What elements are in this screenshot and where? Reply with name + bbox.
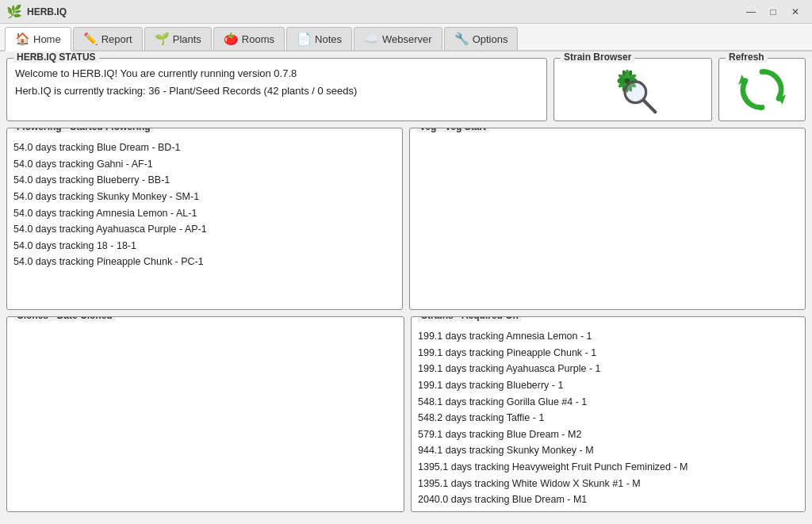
main-content: HERB.IQ STATUS Welcome to HERB.IQ! You a… — [0, 52, 812, 522]
window-controls: — □ ✕ — [741, 4, 806, 20]
tab-rooms-label: Rooms — [242, 33, 274, 45]
list-item: 199.1 days tracking Ayahuasca Purple - 1 — [418, 361, 799, 377]
list-item: 199.1 days tracking Pineapple Chunk - 1 — [418, 345, 799, 361]
strain-browser-box[interactable]: Strain Browser — [553, 58, 712, 121]
refresh-label: Refresh — [726, 52, 768, 63]
magnify-glass-icon — [621, 78, 661, 117]
tab-rooms[interactable]: 🍅 Rooms — [213, 27, 285, 50]
status-label: HERB.IQ STATUS — [13, 52, 99, 63]
strains-scroll[interactable]: 199.1 days tracking Amnesia Lemon - 1199… — [418, 328, 802, 508]
tab-notes-label: Notes — [315, 33, 342, 45]
strains-panel: Strains - Acquired On 199.1 days trackin… — [411, 316, 806, 512]
list-item: 54.0 days tracking Pineapple Chunk - PC-… — [13, 254, 396, 270]
tab-options[interactable]: 🔧 Options — [444, 27, 519, 50]
plants-icon: 🌱 — [155, 32, 170, 46]
list-item: 54.0 days tracking 18 - 18-1 — [13, 238, 396, 254]
tab-plants[interactable]: 🌱 Plants — [144, 27, 212, 50]
list-item: 54.0 days tracking Skunky Monkey - SM-1 — [13, 189, 396, 205]
tab-report-label: Report — [102, 33, 132, 45]
list-item: 548.2 days tracking Taffie - 1 — [418, 410, 799, 426]
tab-report[interactable]: ✏️ Report — [73, 27, 143, 50]
status-box: HERB.IQ STATUS Welcome to HERB.IQ! You a… — [6, 58, 547, 121]
list-item: 54.0 days tracking Amnesia Lemon - AL-1 — [13, 205, 396, 222]
svg-line-10 — [643, 100, 655, 112]
list-item: 548.1 days tracking Gorilla Glue #4 - 1 — [418, 394, 799, 411]
strain-browser-icon — [605, 62, 661, 117]
tab-home-label: Home — [33, 33, 61, 45]
notes-icon: 📄 — [297, 32, 312, 46]
list-item: 199.1 days tracking Amnesia Lemon - 1 — [418, 328, 799, 345]
tab-webserver-label: Webserver — [382, 33, 432, 45]
list-item: 54.0 days tracking Blue Dream - BD-1 — [13, 140, 396, 156]
flowering-list: 54.0 days tracking Blue Dream - BD-154.0… — [13, 140, 396, 270]
tab-plants-label: Plants — [173, 33, 201, 45]
strains-list: 199.1 days tracking Amnesia Lemon - 1199… — [418, 328, 799, 508]
refresh-icon — [738, 66, 786, 113]
refresh-box[interactable]: Refresh — [718, 58, 806, 121]
report-icon: ✏️ — [83, 32, 98, 46]
tab-options-label: Options — [473, 33, 508, 45]
list-item: 944.1 days tracking Skunky Monkey - M — [418, 442, 799, 459]
veg-panel: Veg - Veg Start — [409, 128, 806, 310]
home-icon: 🏠 — [15, 32, 30, 46]
rooms-icon: 🍅 — [224, 32, 239, 46]
list-item: 54.0 days tracking Gahni - AF-1 — [13, 156, 396, 173]
flowering-label: Flowering - Started Flowering — [13, 128, 154, 132]
list-item: 54.0 days tracking Blueberry - BB-1 — [13, 172, 396, 189]
flowering-panel: Flowering - Started Flowering 54.0 days … — [6, 128, 403, 310]
minimize-button[interactable]: — — [741, 4, 761, 20]
bottom-row: Clones - Date Cloned Strains - Acquired … — [6, 316, 806, 512]
list-item: 1395.1 days tracking Heavyweight Fruit P… — [418, 459, 799, 476]
tab-webserver[interactable]: ☁️ Webserver — [354, 27, 442, 50]
nav-bar: 🏠 Home ✏️ Report 🌱 Plants 🍅 Rooms 📄 Note… — [0, 24, 812, 52]
list-item: 579.1 days tracking Blue Dream - M2 — [418, 426, 799, 443]
app-icon: 🌿 — [6, 4, 22, 19]
list-item: 2040.0 days tracking Blue Dream - M1 — [418, 491, 799, 508]
options-icon: 🔧 — [454, 32, 469, 46]
status-line2: Herb.IQ is currently tracking: 36 - Plan… — [15, 82, 538, 100]
list-item: 54.0 days tracking Ayahuasca Purple - AP… — [13, 221, 396, 238]
strains-label: Strains - Acquired On — [418, 316, 522, 321]
close-button[interactable]: ✕ — [785, 4, 806, 20]
top-row: HERB.IQ STATUS Welcome to HERB.IQ! You a… — [6, 58, 806, 121]
tab-notes[interactable]: 📄 Notes — [286, 27, 352, 50]
maximize-button[interactable]: □ — [763, 4, 783, 20]
status-line1: Welcome to HERB.IQ! You are currently ru… — [15, 65, 538, 82]
app-title: HERB.IQ — [27, 6, 741, 17]
webserver-icon: ☁️ — [364, 32, 379, 46]
veg-label: Veg - Veg Start — [416, 128, 489, 132]
list-item: 199.1 days tracking Blueberry - 1 — [418, 377, 799, 394]
list-item: 1395.1 days tracking White Widow X Skunk… — [418, 476, 799, 492]
clones-panel: Clones - Date Cloned — [6, 316, 404, 512]
mid-row: Flowering - Started Flowering 54.0 days … — [6, 128, 806, 310]
clones-label: Clones - Date Cloned — [13, 316, 116, 321]
tab-home[interactable]: 🏠 Home — [5, 27, 71, 52]
strain-browser-label: Strain Browser — [561, 52, 634, 63]
title-bar: 🌿 HERB.IQ — □ ✕ — [0, 0, 812, 24]
